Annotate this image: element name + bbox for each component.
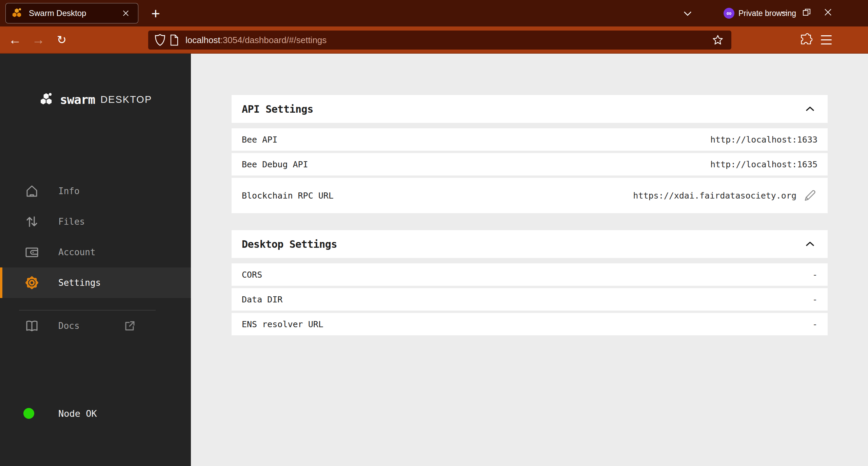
- browser-tab[interactable]: Swarm Desktop: [5, 3, 138, 23]
- sidebar-item-info[interactable]: Info: [0, 176, 191, 206]
- desktop-settings-section: Desktop Settings CORS - Data DIR - ENS: [232, 230, 828, 335]
- setting-label: CORS: [242, 270, 262, 280]
- hamburger-menu-icon[interactable]: [818, 31, 835, 48]
- address-bar[interactable]: localhost:3054/dashboard/#/settings: [148, 31, 731, 50]
- setting-label: ENS resolver URL: [242, 319, 323, 329]
- swarm-favicon-icon: [11, 7, 23, 19]
- node-status: Node OK: [0, 403, 191, 424]
- swarm-logo-icon: [39, 92, 55, 107]
- browser-tab-bar: Swarm Desktop + ∞ Private browsing: [0, 0, 868, 26]
- setting-value: http://localhost:1633: [710, 135, 817, 145]
- tab-close-icon[interactable]: [119, 6, 133, 20]
- logo-word: swarm: [60, 93, 95, 107]
- sidebar-item-docs[interactable]: Docs: [0, 311, 191, 341]
- url-host: localhost: [185, 35, 220, 45]
- reload-button[interactable]: ↻: [53, 31, 70, 48]
- sidebar-item-label: Docs: [58, 321, 80, 331]
- url-path: :3054/dashboard/#/settings: [220, 35, 327, 45]
- window-minimize-button[interactable]: [775, 0, 793, 24]
- list-tabs-chevron-icon[interactable]: [679, 7, 696, 20]
- external-link-icon: [123, 319, 137, 333]
- setting-row-bee-api: Bee API http://localhost:1633: [232, 128, 828, 151]
- forward-button[interactable]: →: [30, 31, 47, 48]
- settings-gear-icon: [24, 275, 39, 290]
- setting-value: -: [812, 319, 817, 329]
- api-settings-header[interactable]: API Settings: [232, 95, 828, 123]
- collapse-chevron-up-icon[interactable]: [804, 239, 816, 249]
- book-icon: [24, 318, 39, 333]
- tab-title: Swarm Desktop: [29, 8, 119, 18]
- sidebar-item-label: Files: [58, 217, 85, 227]
- section-title: Desktop Settings: [242, 238, 337, 250]
- section-title: API Settings: [242, 103, 313, 115]
- setting-value: -: [812, 270, 817, 280]
- edit-pencil-icon[interactable]: [803, 188, 817, 203]
- collapse-chevron-up-icon[interactable]: [804, 104, 816, 114]
- extensions-puzzle-icon[interactable]: [797, 31, 814, 48]
- url-text[interactable]: localhost:3054/dashboard/#/settings: [185, 35, 710, 45]
- setting-row-bee-debug-api: Bee Debug API http://localhost:1635: [232, 153, 828, 175]
- wallet-icon: [24, 245, 39, 260]
- shield-icon[interactable]: [154, 34, 166, 46]
- sidebar-nav: Info Files Account: [0, 176, 191, 298]
- sidebar-item-label: Account: [58, 247, 96, 257]
- sidebar-item-settings[interactable]: Settings: [0, 267, 191, 298]
- api-settings-section: API Settings Bee API http://localhost:16…: [232, 95, 828, 213]
- sidebar-item-files[interactable]: Files: [0, 206, 191, 237]
- setting-row-blockchain-rpc-url: Blockchain RPC URL https://xdai.fairdata…: [232, 178, 828, 213]
- setting-value: http://localhost:1635: [710, 160, 817, 169]
- back-button[interactable]: ←: [6, 31, 23, 48]
- setting-label: Data DIR: [242, 295, 282, 304]
- browser-toolbar: ← → ↻ localhost:3054/dashboard/#/setting…: [0, 26, 868, 54]
- home-icon: [24, 184, 39, 199]
- private-mask-icon: ∞: [724, 8, 734, 19]
- setting-label: Blockchain RPC URL: [242, 191, 334, 201]
- sidebar-item-account[interactable]: Account: [0, 237, 191, 267]
- window-close-button[interactable]: [819, 0, 837, 24]
- sidebar-item-label: Settings: [58, 278, 101, 288]
- setting-row-data-dir: Data DIR -: [232, 288, 828, 311]
- status-dot-icon: [23, 408, 34, 419]
- sidebar: swarm DESKTOP Info Files: [0, 54, 191, 466]
- logo-suffix: DESKTOP: [100, 94, 152, 105]
- node-status-label: Node OK: [58, 408, 97, 419]
- setting-label: Bee Debug API: [242, 160, 308, 169]
- setting-value: -: [812, 295, 817, 304]
- page-info-icon[interactable]: [169, 34, 179, 46]
- window-restore-button[interactable]: [798, 0, 815, 24]
- sidebar-item-label: Info: [58, 186, 80, 196]
- bookmark-star-icon[interactable]: [710, 33, 725, 48]
- new-tab-button[interactable]: +: [147, 5, 164, 22]
- setting-row-cors: CORS -: [232, 263, 828, 286]
- swarm-desktop-logo: swarm DESKTOP: [0, 92, 191, 107]
- settings-page: API Settings Bee API http://localhost:16…: [191, 54, 868, 466]
- setting-row-ens-resolver-url: ENS resolver URL -: [232, 313, 828, 335]
- desktop-settings-header[interactable]: Desktop Settings: [232, 230, 828, 258]
- setting-label: Bee API: [242, 135, 277, 145]
- setting-value: https://xdai.fairdatasociety.org: [633, 191, 796, 201]
- transfer-arrows-icon: [24, 214, 39, 229]
